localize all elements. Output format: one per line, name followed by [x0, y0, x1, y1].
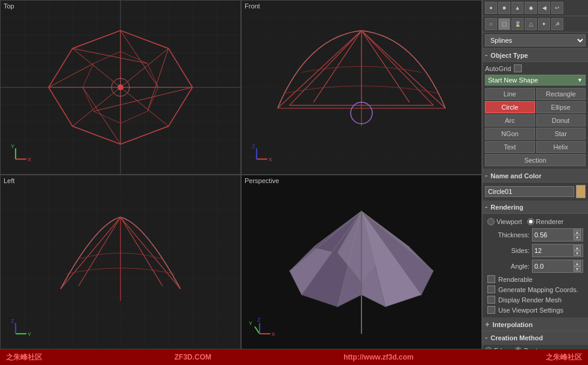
svg-line-103	[120, 217, 163, 286]
toolbar-btn-5[interactable]: ◀	[538, 2, 550, 14]
svg-text:X: X	[269, 157, 272, 163]
interpolation-expand: +	[485, 320, 490, 329]
generate-row: Generate Mapping Coords.	[485, 284, 586, 295]
viewport-radio-option[interactable]: Viewport	[487, 218, 522, 225]
toolbar-btn-6[interactable]: ↩	[551, 2, 563, 14]
toolbar-btn-8[interactable]: ▢	[498, 18, 510, 30]
name-color-header[interactable]: - Name and Color	[483, 169, 588, 182]
renderable-checkbox[interactable]	[487, 275, 495, 283]
generate-checkbox[interactable]	[487, 285, 495, 293]
creation-method-title: Creation Method	[490, 334, 543, 342]
angle-row: Angle: 0.0 ▲ ▼	[485, 258, 586, 274]
renderable-row: Renderable	[485, 274, 586, 284]
creation-method-header[interactable]: - Creation Method	[483, 331, 588, 345]
creation-method-collapse: -	[485, 333, 487, 342]
shape-btn-donut[interactable]: Donut	[536, 114, 586, 126]
svg-line-41	[93, 87, 192, 111]
shape-btn-circle[interactable]: Circle	[485, 101, 535, 113]
rendering-header[interactable]: - Rendering	[483, 201, 588, 214]
svg-line-36	[49, 87, 73, 126]
renderer-radio-option[interactable]: Renderer	[527, 218, 564, 225]
brand-right: 之朱峰社区	[546, 352, 582, 363]
svg-line-43	[72, 48, 147, 63]
generate-label: Generate Mapping Coords.	[498, 286, 578, 293]
svg-text:Y: Y	[11, 143, 14, 149]
use-viewport-checkbox[interactable]	[487, 306, 495, 314]
svg-line-44	[49, 63, 94, 87]
thickness-row: Thickness: 0.56 ▲ ▼	[485, 227, 586, 243]
toolbar-btn-7[interactable]: ○	[485, 18, 497, 30]
viewport-perspective-label: Perspective	[245, 177, 279, 184]
sides-label: Sides:	[487, 247, 530, 254]
shape-btn-text[interactable]: Text	[485, 141, 535, 153]
shape-btn-section[interactable]: Section	[485, 154, 586, 166]
shape-btn-ngon[interactable]: NGon	[485, 128, 535, 140]
interpolation-header[interactable]: + Interpolation	[483, 318, 588, 331]
svg-text:Y: Y	[249, 320, 252, 326]
viewport-perspective[interactable]: Perspective	[241, 175, 482, 349]
sides-spinners[interactable]: ▲ ▼	[574, 245, 581, 256]
toolbar-btn-3[interactable]: ▲	[511, 2, 524, 14]
rendering-collapse: -	[485, 202, 487, 211]
shape-buttons-grid: Line Rectangle Circle Ellipse Arc Donut …	[485, 88, 586, 166]
display-checkbox[interactable]	[487, 296, 495, 304]
thickness-down[interactable]: ▼	[574, 235, 581, 240]
viewport-left-label: Left	[4, 177, 14, 184]
object-type-content: AutoGrid Start New Shape ▼ Line Rectangl…	[483, 62, 588, 169]
toolbar-btn-12[interactable]: ☭	[551, 18, 563, 30]
toolbar-btn-2[interactable]: ■	[498, 2, 510, 14]
display-row: Display Render Mesh	[485, 295, 586, 305]
object-type-header[interactable]: - Object Type	[483, 49, 588, 62]
brand-left: 之朱峰社区	[6, 352, 42, 363]
viewport-radio-label: Viewport	[496, 218, 522, 225]
shape-btn-ellipse[interactable]: Ellipse	[536, 101, 586, 113]
autogrid-checkbox[interactable]	[514, 64, 522, 72]
sides-value: 12	[534, 247, 542, 254]
splines-dropdown[interactable]: Splines	[485, 34, 586, 46]
rendering-title: Rendering	[490, 204, 523, 211]
panel-toolbar: ● ■ ▲ ◆ ◀ ↩	[483, 0, 588, 16]
viewport-top[interactable]: Top	[0, 0, 241, 175]
svg-line-33	[169, 87, 193, 126]
viewport-left[interactable]: Left	[0, 175, 241, 349]
angle-input: 0.0 ▲ ▼	[532, 260, 583, 273]
renderer-radio[interactable]	[527, 218, 534, 225]
sides-up[interactable]: ▲	[574, 245, 581, 251]
toolbar-btn-11[interactable]: ✦	[538, 18, 550, 30]
shape-btn-line[interactable]: Line	[485, 88, 535, 100]
start-new-shape-btn[interactable]: Start New Shape ▼	[485, 75, 586, 86]
svg-text:Z: Z	[252, 143, 255, 149]
toolbar-btn-9[interactable]: ⌛	[511, 18, 524, 30]
name-color-title: Name and Color	[490, 172, 541, 179]
svg-text:Z: Z	[11, 318, 14, 324]
shape-btn-rectangle[interactable]: Rectangle	[536, 88, 586, 100]
shape-btn-arc[interactable]: Arc	[485, 114, 535, 126]
viewport-top-label: Top	[4, 2, 14, 10]
angle-up[interactable]: ▲	[574, 261, 581, 266]
shape-btn-helix[interactable]: Helix	[536, 141, 586, 153]
sides-row: Sides: 12 ▲ ▼	[485, 243, 586, 258]
thickness-up[interactable]: ▲	[574, 229, 581, 235]
name-color-collapse: -	[485, 171, 487, 180]
color-swatch[interactable]	[576, 185, 586, 198]
toolbar-btn-1[interactable]: ●	[485, 2, 497, 14]
renderable-label: Renderable	[498, 276, 533, 283]
toolbar-btn-4[interactable]: ◆	[525, 2, 537, 14]
object-name-input[interactable]	[485, 186, 574, 197]
toolbar-btn-10[interactable]: △	[525, 18, 537, 30]
angle-spinners[interactable]: ▲ ▼	[574, 261, 581, 272]
angle-value: 0.0	[534, 263, 543, 270]
interpolation-title: Interpolation	[493, 321, 533, 328]
viewport-front[interactable]: Front	[241, 0, 482, 175]
dropdown-row: Splines	[483, 33, 588, 49]
thickness-spinners[interactable]: ▲ ▼	[574, 229, 581, 240]
angle-down[interactable]: ▼	[574, 266, 581, 272]
svg-text:X: X	[272, 331, 275, 337]
svg-text:Y: Y	[28, 331, 31, 337]
viewport-radio[interactable]	[487, 218, 495, 225]
shape-btn-star[interactable]: Star	[536, 128, 586, 140]
sides-down[interactable]: ▼	[574, 251, 581, 256]
sides-input: 12 ▲ ▼	[532, 244, 583, 257]
svg-line-40	[148, 48, 169, 111]
viewport-front-label: Front	[245, 2, 260, 10]
